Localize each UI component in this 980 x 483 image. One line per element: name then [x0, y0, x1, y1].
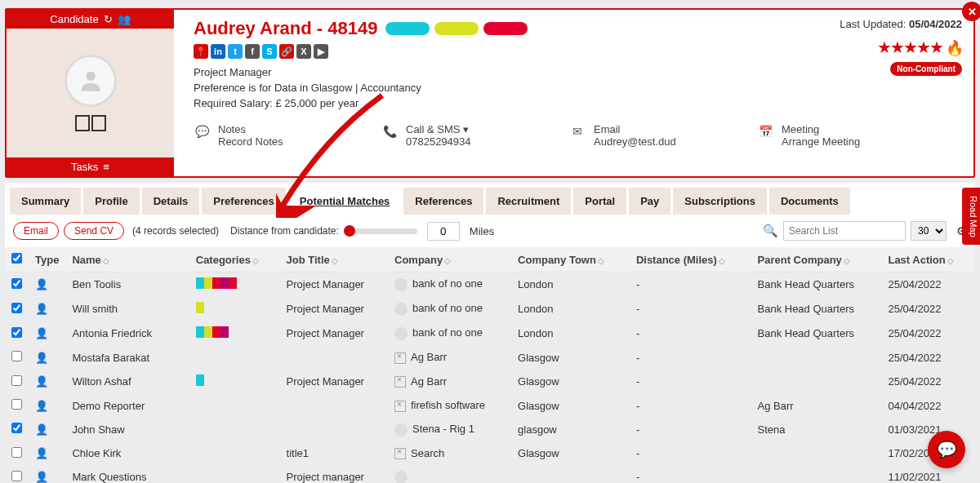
linkedin-icon[interactable]: in [211, 44, 225, 59]
cell-company[interactable]: Ag Barr [388, 346, 511, 370]
tab-pay[interactable]: Pay [629, 188, 670, 215]
col-categories[interactable]: Categories◇ [189, 247, 280, 273]
email-button[interactable]: Email [13, 222, 59, 240]
search-icon[interactable]: 🔍 [763, 224, 778, 238]
notes-block[interactable]: 💬 Notes Record Notes [194, 123, 349, 148]
person-icon: 👤 [35, 375, 48, 388]
distance-slider[interactable] [344, 228, 417, 234]
cv-icon[interactable] [91, 115, 106, 131]
table-row[interactable]: 👤Will smithProject Managerbank of no one… [5, 297, 975, 321]
table-row[interactable]: 👤Mostafa BarakatAg BarrGlasgow-25/04/202… [5, 346, 975, 370]
row-checkbox[interactable] [11, 351, 22, 361]
cell-name[interactable]: Wilton Ashaf [65, 370, 189, 394]
table-row[interactable]: 👤Chloe Kirktitle1SearchGlasgow-17/02/202… [5, 441, 975, 465]
cell-company[interactable] [388, 465, 511, 483]
table-row[interactable]: 👤Ben ToolisProject Managerbank of no one… [5, 273, 975, 297]
cell-town: London [511, 273, 630, 297]
category-swatch [220, 277, 229, 289]
row-checkbox[interactable] [11, 423, 22, 433]
category-swatch [204, 277, 212, 289]
col-job-title[interactable]: Job Title◇ [280, 247, 388, 273]
category-swatch [229, 277, 237, 289]
email-block[interactable]: ✉ Email Audrey@test.dud [569, 123, 724, 148]
row-checkbox[interactable] [11, 471, 22, 481]
send-cv-button[interactable]: Send CV [64, 222, 124, 240]
map-pin-icon[interactable]: 📍 [194, 44, 208, 59]
tab-subscriptions[interactable]: Subscriptions [673, 188, 767, 215]
cell-parent[interactable] [751, 465, 882, 483]
xing-icon[interactable]: X [296, 44, 311, 59]
skype-icon[interactable]: S [262, 44, 277, 59]
link-icon[interactable]: 🔗 [279, 44, 294, 59]
roadmap-tab[interactable]: Road Map [962, 188, 980, 245]
col-last-action[interactable]: Last Action◇ [881, 247, 975, 273]
cell-company[interactable]: firefish software [388, 394, 511, 418]
chat-bubble-icon[interactable]: 💬 [928, 431, 965, 468]
cell-name[interactable]: John Shaw [65, 418, 189, 442]
cell-company[interactable]: Ag Barr [388, 370, 511, 394]
table-row[interactable]: 👤Wilton AshafProject ManagerAg BarrGlasg… [5, 370, 975, 394]
col-distance-miles-[interactable]: Distance (Miles)◇ [630, 247, 751, 273]
row-checkbox[interactable] [11, 278, 22, 289]
col-name[interactable]: Name◇ [65, 247, 189, 273]
cell-parent[interactable] [751, 370, 882, 394]
users-icon[interactable]: 👥 [118, 13, 131, 25]
cell-parent[interactable] [751, 441, 882, 465]
row-checkbox[interactable] [11, 327, 22, 338]
col-company[interactable]: Company◇ [388, 247, 511, 273]
row-checkbox[interactable] [11, 303, 22, 313]
cell-parent[interactable]: Bank Head Quarters [751, 297, 882, 321]
table-row[interactable]: 👤John ShawStena - Rig 1glasgow-Stena01/0… [5, 418, 975, 442]
tab-documents[interactable]: Documents [769, 188, 850, 215]
rating-stars[interactable]: ★★★★★🔥 [877, 38, 962, 57]
cell-name[interactable]: Ben Toolis [65, 273, 189, 297]
row-checkbox[interactable] [11, 399, 22, 410]
meeting-block[interactable]: 📅 Meeting Arrange Meeting [757, 123, 912, 148]
tab-references[interactable]: References [403, 188, 483, 215]
cell-name[interactable]: Demo Reporter [65, 394, 189, 418]
col-type[interactable]: Type [29, 247, 65, 273]
cell-name[interactable]: Mostafa Barakat [65, 346, 189, 370]
search-input[interactable] [783, 221, 906, 241]
cell-name[interactable]: Chloe Kirk [65, 441, 189, 465]
cell-parent[interactable]: Ag Barr [751, 394, 882, 418]
cell-company[interactable]: Search [388, 441, 511, 465]
col-company-town[interactable]: Company Town◇ [511, 247, 630, 273]
cell-name[interactable]: Antonia Friedrick [65, 321, 189, 346]
tab-details[interactable]: Details [142, 188, 200, 215]
tasks-header[interactable]: Tasks ≡ [7, 157, 174, 176]
video-icon[interactable]: ▶ [314, 44, 328, 59]
cell-company[interactable]: Stena - Rig 1 [388, 418, 511, 442]
call-block[interactable]: 📞 Call & SMS ▾ 07825294934 [381, 123, 537, 148]
cell-parent[interactable]: Stena [751, 418, 882, 442]
cell-name[interactable]: Will smith [65, 297, 189, 321]
refresh-icon[interactable]: ↻ [104, 13, 113, 25]
distance-value-input[interactable] [427, 222, 460, 241]
cell-company[interactable]: bank of no one [388, 321, 511, 346]
tab-recruitment[interactable]: Recruitment [486, 188, 571, 215]
table-row[interactable]: 👤Antonia FriedrickProject Managerbank of… [5, 321, 975, 346]
cell-company[interactable]: bank of no one [388, 297, 511, 321]
tab-preferences[interactable]: Preferences [202, 188, 285, 215]
notes-icon[interactable] [75, 115, 90, 131]
cell-parent[interactable] [751, 346, 882, 370]
tab-potential-matches[interactable]: Potential Matches [288, 188, 402, 215]
select-all-checkbox[interactable] [11, 253, 22, 264]
row-checkbox[interactable] [11, 375, 22, 386]
twitter-icon[interactable]: t [228, 44, 243, 59]
tab-portal[interactable]: Portal [573, 188, 626, 215]
tab-summary[interactable]: Summary [10, 188, 81, 215]
cell-name[interactable]: Mark Questions [65, 465, 189, 483]
col-parent-company[interactable]: Parent Company◇ [751, 247, 882, 273]
row-checkbox[interactable] [11, 447, 22, 458]
close-button[interactable]: ✕ [962, 2, 980, 21]
per-page-select[interactable]: 30 [911, 221, 947, 241]
tab-profile[interactable]: Profile [83, 188, 139, 215]
table-row[interactable]: 👤Mark QuestionsProject manager-11/02/202… [5, 465, 975, 483]
cell-company[interactable]: bank of no one [388, 273, 511, 297]
cell-parent[interactable]: Bank Head Quarters [751, 321, 882, 346]
facebook-icon[interactable]: f [245, 44, 260, 59]
cell-parent[interactable]: Bank Head Quarters [751, 273, 882, 297]
company-icon [394, 423, 408, 436]
table-row[interactable]: 👤Demo Reporterfirefish softwareGlasgow-A… [5, 394, 975, 418]
